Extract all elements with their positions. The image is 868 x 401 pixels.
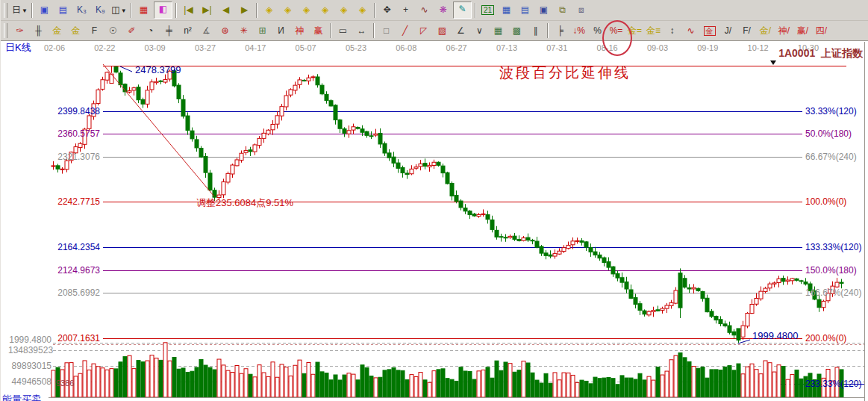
low-level-label: 1999.4800 xyxy=(8,335,51,344)
price-level-label: 2085.6992 xyxy=(10,288,100,297)
symbol-code: 1A0001 xyxy=(778,47,815,59)
high-price-annotation: 2478.3799 xyxy=(135,66,181,75)
top-line-marker xyxy=(770,60,776,65)
price-level-label: 2321.3076 xyxy=(10,152,100,161)
percent-level-label: 133.33%(120) xyxy=(805,243,861,252)
price-level-label: 2242.7715 xyxy=(10,197,100,206)
percent-level-label: 66.67%(240) xyxy=(805,152,857,161)
price-level-label: 2164.2354 xyxy=(10,243,100,252)
app-window: 日▼▣▤K₃K₉◫▼▦◧|◀▶|◀▶◈◈◈◈◈◈✥+∿❋✎21▦▤▣⧉⧈ ✑╫金… xyxy=(0,0,868,401)
price-level-label: 2360.5757 xyxy=(10,129,100,138)
volume-axis-label: 134839523 xyxy=(8,346,51,355)
volume-value-overlay: 9386 xyxy=(56,379,74,388)
low-price-annotation: 1999.4800 xyxy=(752,332,798,341)
period-label[interactable]: 日K线 xyxy=(5,43,31,52)
chart-title-annotation: 波段百分比延伸线 xyxy=(499,69,631,78)
symbol-label: 1A0001 上证指数 xyxy=(778,49,863,57)
price-level-label: 2124.9673 xyxy=(10,266,100,275)
symbol-name: 上证指数 xyxy=(821,47,863,59)
percent-level-label: 200.0%(0) xyxy=(805,334,846,343)
wave-measure-annotation: 调整235.6084点9.51% xyxy=(196,199,293,208)
percent-level-label: 150.0%(180) xyxy=(805,266,857,275)
volume-axis-label: 89893015 xyxy=(8,361,51,370)
bottom-pane-tab[interactable]: 能量买卖 xyxy=(2,395,41,401)
percent-level-label: 166.67%(240) xyxy=(805,288,861,297)
percent-level-label: 50.0%(180) xyxy=(805,129,852,138)
chart-canvas[interactable] xyxy=(1,0,868,401)
percent-level-label: 233.33%(120) xyxy=(805,379,861,388)
volume-axis-label: 44946508 xyxy=(8,377,51,386)
percent-level-label: 33.33%(120) xyxy=(805,107,857,116)
price-level-label: 2399.8438 xyxy=(10,107,100,116)
percent-level-label: 100.0%(0) xyxy=(805,197,846,206)
